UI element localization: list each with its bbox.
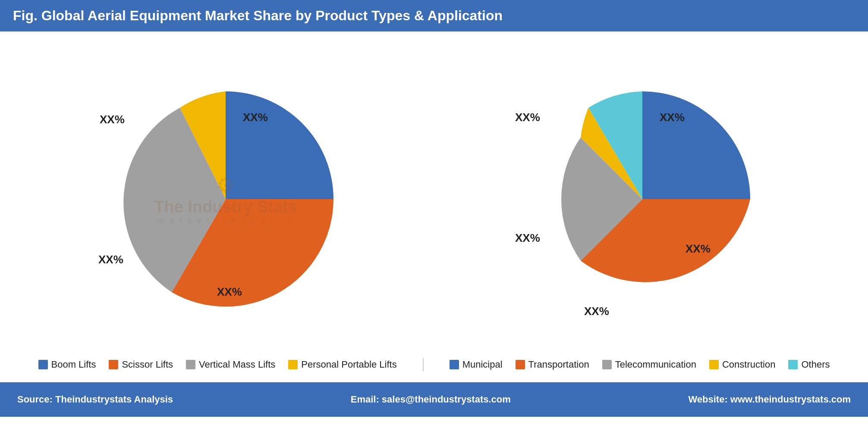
legend-box-boom-lifts	[38, 360, 48, 369]
legend-box-vertical-mass-lifts	[186, 360, 195, 369]
legend-item-telecommunication: Telecommunication	[602, 359, 696, 370]
legend-section-application: Municipal Transportation Telecommunicati…	[450, 358, 830, 371]
segment-municipal	[642, 91, 750, 199]
legend-item-municipal: Municipal	[450, 359, 503, 370]
legend-label-municipal: Municipal	[462, 359, 503, 370]
legend-box-telecommunication	[602, 360, 612, 369]
charts-row: XX% XX% XX% XX% ⚙ The Industry Stats m a…	[17, 44, 851, 354]
segment-boom-lifts	[226, 91, 333, 199]
page-footer: Source: Theindustrystats Analysis Email:…	[0, 382, 868, 417]
legend-item-scissor-lifts: Scissor Lifts	[109, 359, 173, 370]
legend-item-vertical-mass-lifts: Vertical Mass Lifts	[186, 359, 275, 370]
legend-label-telecommunication: Telecommunication	[615, 359, 696, 370]
legend-item-transportation: Transportation	[516, 359, 589, 370]
legend-divider	[423, 358, 424, 371]
footer-source: Source: Theindustrystats Analysis	[17, 394, 173, 405]
legend-label-others: Others	[801, 359, 830, 370]
legend-box-municipal	[450, 360, 459, 369]
footer-email: Email: sales@theindustrystats.com	[351, 394, 511, 405]
page-header: Fig. Global Aerial Equipment Market Shar…	[0, 0, 868, 31]
legend-item-boom-lifts: Boom Lifts	[38, 359, 96, 370]
legend-box-portable-lifts	[288, 360, 298, 369]
legend-label-scissor-lifts: Scissor Lifts	[122, 359, 173, 370]
legend-label-construction: Construction	[722, 359, 776, 370]
pie-svg-right	[517, 74, 767, 324]
legend-box-construction	[709, 360, 719, 369]
legend-label-transportation: Transportation	[528, 359, 589, 370]
legend-row: Boom Lifts Scissor Lifts Vertical Mass L…	[17, 354, 851, 378]
pie-chart-application: XX% XX% XX% XX% XX%	[491, 66, 793, 333]
main-content: XX% XX% XX% XX% ⚙ The Industry Stats m a…	[0, 31, 868, 382]
legend-label-vertical-mass-lifts: Vertical Mass Lifts	[199, 359, 275, 370]
pie-svg-left	[101, 74, 351, 324]
legend-section-product-types: Boom Lifts Scissor Lifts Vertical Mass L…	[38, 358, 397, 371]
legend-label-boom-lifts: Boom Lifts	[51, 359, 96, 370]
legend-label-portable-lifts: Personal Portable Lifts	[301, 359, 396, 370]
legend-item-portable-lifts: Personal Portable Lifts	[288, 359, 396, 370]
footer-website: Website: www.theindustrystats.com	[688, 394, 851, 405]
page-title: Fig. Global Aerial Equipment Market Shar…	[13, 8, 503, 23]
pie-chart-product-types: XX% XX% XX% XX% ⚙ The Industry Stats m a…	[75, 66, 377, 333]
legend-box-others	[788, 360, 798, 369]
legend-box-transportation	[516, 360, 525, 369]
legend-box-scissor-lifts	[109, 360, 118, 369]
legend-item-others: Others	[788, 359, 830, 370]
legend-item-construction: Construction	[709, 359, 776, 370]
